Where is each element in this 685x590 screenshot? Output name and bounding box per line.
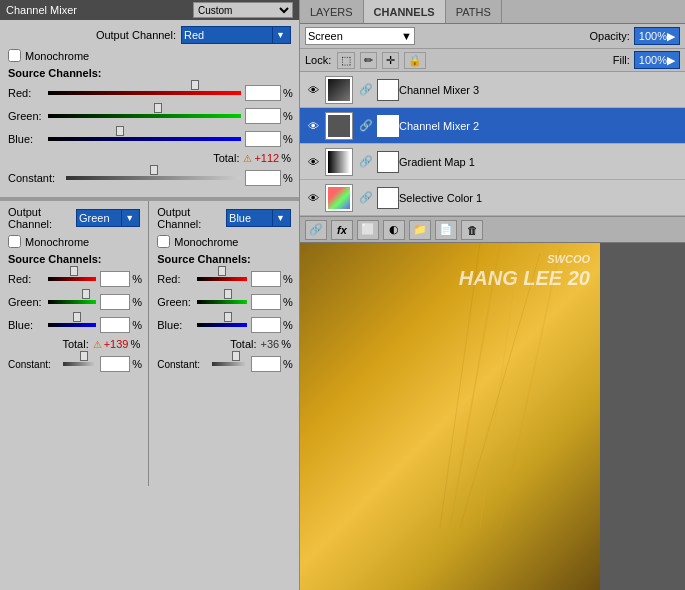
constant-slider-row-blue: Constant: +15 % bbox=[157, 354, 291, 374]
green-slider-container-green[interactable] bbox=[48, 292, 96, 312]
visibility-icon-2[interactable]: 👁 bbox=[305, 154, 321, 170]
visibility-icon-1[interactable]: 👁 bbox=[305, 118, 321, 134]
layer-thumb-3 bbox=[325, 184, 353, 212]
constant-slider-track-red bbox=[66, 176, 241, 180]
total-percent-red: % bbox=[281, 152, 291, 164]
blue-value-input-red[interactable]: -29 bbox=[245, 131, 281, 147]
red-slider-container-green[interactable] bbox=[48, 269, 96, 289]
green-slider-container-red[interactable] bbox=[48, 106, 241, 126]
constant-slider-thumb-blue[interactable] bbox=[232, 351, 240, 361]
blue-slider-track-green bbox=[48, 323, 96, 327]
visibility-icon-0[interactable]: 👁 bbox=[305, 82, 321, 98]
thumb-preview-0 bbox=[328, 79, 350, 101]
tab-paths[interactable]: PATHS bbox=[446, 0, 502, 23]
blue-slider-row-red: Blue: -29 % bbox=[8, 129, 291, 149]
constant-slider-container-red[interactable] bbox=[66, 168, 241, 188]
blue-slider-container-green[interactable] bbox=[48, 315, 96, 335]
lock-position-button[interactable]: ✛ bbox=[382, 52, 399, 69]
visibility-icon-3[interactable]: 👁 bbox=[305, 190, 321, 206]
monochrome-checkbox-blue[interactable] bbox=[157, 235, 170, 248]
red-slider-thumb[interactable] bbox=[191, 80, 199, 90]
red-value-input[interactable]: +88 bbox=[245, 85, 281, 101]
blue-slider-row-blue: Blue: +15 % bbox=[157, 315, 291, 335]
opacity-value[interactable]: 100% ▶ bbox=[634, 27, 680, 45]
opacity-arrow: ▶ bbox=[667, 30, 675, 43]
layer-item-channel-mixer-2[interactable]: 👁 🔗 Channel Mixer 2 bbox=[300, 108, 685, 144]
total-label-green: Total: bbox=[62, 338, 88, 350]
new-layer-button[interactable]: 📄 bbox=[435, 220, 457, 240]
preset-dropdown[interactable]: Custom bbox=[193, 2, 293, 18]
blue-slider-container-blue[interactable] bbox=[197, 315, 247, 335]
blue-slider-container-red[interactable] bbox=[48, 129, 241, 149]
adjustment-button[interactable]: ◐ bbox=[383, 220, 405, 240]
blend-dropdown-arrow: ▼ bbox=[401, 30, 412, 42]
green-slider-thumb-green[interactable] bbox=[82, 289, 90, 299]
lock-all-button[interactable]: 🔒 bbox=[404, 52, 426, 69]
layer-mask-0 bbox=[377, 79, 399, 101]
layer-name-3: Selective Color 1 bbox=[399, 192, 680, 204]
constant-value-input-green[interactable]: +2 bbox=[100, 356, 130, 372]
constant-slider-container-green[interactable] bbox=[63, 354, 96, 374]
green-slider-container-blue[interactable] bbox=[197, 292, 247, 312]
fill-value[interactable]: 100% ▶ bbox=[634, 51, 680, 69]
warning-icon-red: ⚠ bbox=[243, 153, 252, 164]
constant-slider-thumb-green[interactable] bbox=[80, 351, 88, 361]
red-slider-container[interactable] bbox=[48, 83, 241, 103]
lock-pixels-button[interactable]: ✏ bbox=[360, 52, 377, 69]
group-button[interactable]: 📁 bbox=[409, 220, 431, 240]
green-value-input-blue[interactable]: +37 bbox=[251, 294, 281, 310]
green-slider-track-red bbox=[48, 114, 241, 118]
green-value-input-green[interactable]: +142 bbox=[100, 294, 130, 310]
opacity-label: Opacity: bbox=[590, 30, 630, 42]
link-styles-button[interactable]: 🔗 bbox=[305, 220, 327, 240]
red-slider-row: Red: +88 % bbox=[8, 83, 291, 103]
tab-layers[interactable]: LAYERS bbox=[300, 0, 364, 23]
blue-channel-section: Output Channel: Blue ▼ Monochrome Source… bbox=[149, 201, 299, 486]
warning-icon-green: ⚠ bbox=[93, 339, 102, 350]
monochrome-checkbox-green[interactable] bbox=[8, 235, 21, 248]
total-percent-green: % bbox=[130, 338, 140, 350]
delete-layer-button[interactable]: 🗑 bbox=[461, 220, 483, 240]
tab-channels[interactable]: CHANNELS bbox=[364, 0, 446, 23]
fx-button[interactable]: fx bbox=[331, 220, 353, 240]
dropdown-arrow-icon-blue[interactable]: ▼ bbox=[272, 210, 288, 226]
red-value-input-blue[interactable]: -16 bbox=[251, 271, 281, 287]
svg-line-0 bbox=[450, 243, 500, 528]
output-channel-dropdown-blue[interactable]: Blue ▼ bbox=[226, 209, 291, 227]
monochrome-checkbox[interactable] bbox=[8, 49, 21, 62]
chain-icon-1: 🔗 bbox=[359, 119, 373, 132]
constant-slider-row-green: Constant: +2 % bbox=[8, 354, 140, 374]
add-mask-button[interactable]: ⬜ bbox=[357, 220, 379, 240]
constant-slider-container-blue[interactable] bbox=[212, 354, 247, 374]
dropdown-arrow-icon[interactable]: ▼ bbox=[272, 27, 288, 43]
layer-item-channel-mixer-3[interactable]: 👁 🔗 Channel Mixer 3 bbox=[300, 72, 685, 108]
blend-mode-row: Screen ▼ Opacity: 100% ▶ bbox=[300, 24, 685, 49]
layer-item-selective-color[interactable]: 👁 🔗 Selective Color 1 bbox=[300, 180, 685, 216]
red-slider-thumb-green[interactable] bbox=[70, 266, 78, 276]
green-label-blue: Green: bbox=[157, 296, 197, 308]
output-channel-dropdown-green[interactable]: Green ▼ bbox=[76, 209, 140, 227]
blend-mode-dropdown[interactable]: Screen ▼ bbox=[305, 27, 415, 45]
red-value-input-green[interactable]: -8 bbox=[100, 271, 130, 287]
output-channel-dropdown[interactable]: Red ▼ bbox=[181, 26, 291, 44]
constant-value-input-red[interactable]: -2 bbox=[245, 170, 281, 186]
green-value-input-red[interactable]: +53 bbox=[245, 108, 281, 124]
lock-transparent-button[interactable]: ⬚ bbox=[337, 52, 355, 69]
red-slider-row-green: Red: -8 % bbox=[8, 269, 140, 289]
layers-panel: LAYERS CHANNELS PATHS Screen ▼ Opacity: … bbox=[300, 0, 685, 243]
blue-slider-thumb-green[interactable] bbox=[73, 312, 81, 322]
green-slider-track-green bbox=[48, 300, 96, 304]
red-slider-thumb-blue[interactable] bbox=[218, 266, 226, 276]
green-slider-thumb-red[interactable] bbox=[154, 103, 162, 113]
red-slider-container-blue[interactable] bbox=[197, 269, 247, 289]
dropdown-arrow-icon-green[interactable]: ▼ bbox=[121, 210, 137, 226]
constant-value-input-blue[interactable]: +15 bbox=[251, 356, 281, 372]
layer-item-gradient-map[interactable]: 👁 🔗 Gradient Map 1 bbox=[300, 144, 685, 180]
blue-slider-thumb-blue[interactable] bbox=[224, 312, 232, 322]
constant-slider-track-green bbox=[63, 362, 96, 366]
constant-slider-thumb-red[interactable] bbox=[150, 165, 158, 175]
blue-slider-thumb-red[interactable] bbox=[116, 126, 124, 136]
blue-value-input-blue[interactable]: +15 bbox=[251, 317, 281, 333]
green-slider-thumb-blue[interactable] bbox=[224, 289, 232, 299]
blue-value-input-green[interactable]: +5 bbox=[100, 317, 130, 333]
